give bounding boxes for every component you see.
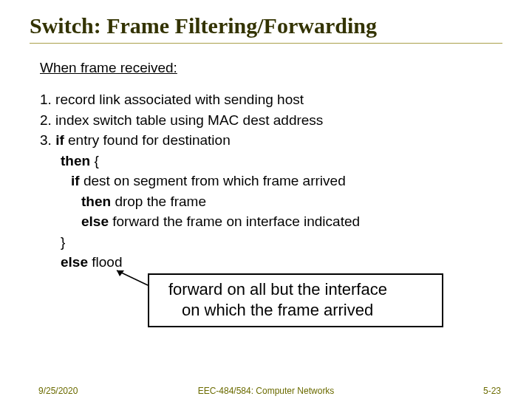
line-4-brace: { [90,153,99,168]
line-2: 2. index switch table using MAC dest add… [40,110,502,131]
line-6-rest: drop the frame [111,194,206,209]
kw-else-inner: else [81,214,109,229]
kw-then: then [61,153,90,168]
kw-if: if [55,132,64,148]
slide: Switch: Frame Filtering/Forwarding When … [0,0,532,399]
kw-then-inner: then [81,194,111,209]
line-7: else forward the frame on interface indi… [40,211,502,232]
page-title: Switch: Frame Filtering/Forwarding [30,13,502,44]
line-3: 3. if entry found for destination [40,130,502,151]
callout-box: forward on all but the interface on whic… [148,273,443,327]
callout-line-1: forward on all but the interface [168,279,429,300]
line-5: if dest on segment from which frame arri… [40,171,502,191]
line-1: 1. record link associated with sending h… [40,89,502,110]
footer-slide-number: 5-23 [483,386,501,396]
line-3-rest: entry found for destination [64,132,231,148]
line-8: } [40,232,502,253]
subheading: When frame received: [40,60,502,76]
line-6: then drop the frame [40,191,502,212]
line-5-rest: dest on segment from which frame arrived [80,173,346,188]
line-4: then { [40,151,502,171]
line-9-rest: flood [88,254,122,270]
body-text: 1. record link associated with sending h… [40,89,502,273]
line-3-prefix: 3. [40,132,55,148]
svg-line-0 [117,270,148,285]
footer-course: EEC-484/584: Computer Networks [0,386,532,396]
callout-line-2: on which the frame arrived [168,300,429,321]
line-9: else flood [40,252,502,273]
kw-if-inner: if [71,173,80,188]
line-7-rest: forward the frame on interface indicated [109,214,360,229]
kw-else: else [61,254,88,270]
